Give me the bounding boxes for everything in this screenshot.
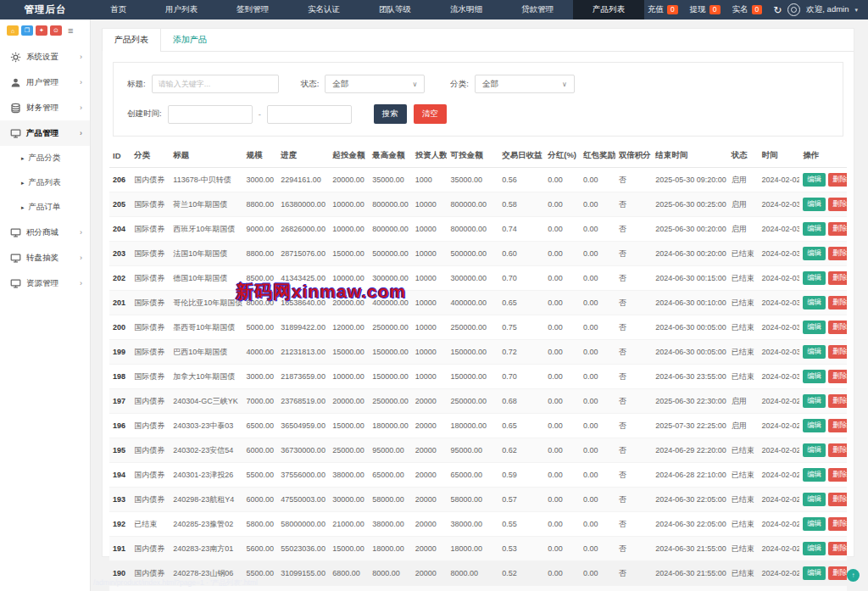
sidebar-subitem-product-category[interactable]: ▸产品分类 — [0, 146, 90, 170]
sidebar-item-system-settings[interactable]: 系统设置› — [0, 44, 90, 70]
row-cell: 240302-23安信54 — [170, 438, 242, 463]
clear-button[interactable]: 清空 — [414, 104, 447, 124]
row-cell: 0.00 — [580, 463, 615, 488]
edit-button[interactable]: 编辑 — [803, 566, 826, 580]
edit-button[interactable]: 编辑 — [803, 394, 826, 408]
edit-button[interactable]: 编辑 — [803, 493, 826, 506]
edit-button[interactable]: 编辑 — [803, 370, 826, 383]
nav-item-user-list[interactable]: 用户列表 — [146, 0, 217, 20]
row-cell: 0.53 — [498, 537, 544, 561]
nav-item-realname-auth[interactable]: 实名认证 — [288, 0, 359, 20]
delete-button[interactable]: 删除 — [828, 493, 847, 506]
edit-button[interactable]: 编辑 — [803, 247, 826, 260]
delete-button[interactable]: 删除 — [828, 222, 847, 236]
row-cell: 2024-02-02 — [758, 488, 799, 512]
delete-button[interactable]: 删除 — [828, 296, 847, 309]
edit-button[interactable]: 编辑 — [803, 271, 826, 285]
home-icon[interactable]: ⌂ — [7, 25, 19, 36]
delete-button[interactable]: 删除 — [828, 370, 847, 383]
delete-button[interactable]: 删除 — [828, 271, 847, 285]
stat-recharge[interactable]: 充值0 — [648, 4, 678, 15]
created-end-input[interactable] — [267, 105, 352, 124]
edit-button[interactable]: 编辑 — [803, 321, 826, 334]
menu-toggle-icon[interactable]: ≡ — [68, 26, 73, 36]
column-header: 双倍积分 — [615, 143, 653, 168]
category-select[interactable]: 全部 ∨ — [475, 75, 575, 93]
sidebar-item-resource-mgmt[interactable]: 资源管理› — [0, 270, 90, 296]
stat-realname[interactable]: 实名0 — [732, 4, 763, 15]
delete-button[interactable]: 删除 — [828, 345, 847, 359]
row-cell: 0.00 — [544, 438, 580, 463]
stat-withdraw[interactable]: 提现0 — [690, 4, 721, 15]
delete-button[interactable]: 删除 — [828, 419, 847, 432]
sidebar-item-finance-mgmt[interactable]: 财务管理› — [0, 95, 90, 120]
edit-button[interactable]: 编辑 — [803, 198, 826, 211]
row-cell: 国际债券 — [131, 291, 170, 315]
row-cell: 31099155.00 — [277, 561, 329, 586]
tab-product-list[interactable]: 产品列表 — [102, 29, 161, 51]
nav-item-loan-mgmt[interactable]: 贷款管理 — [502, 0, 573, 20]
row-cell: 法国10年期国债 — [170, 242, 242, 266]
edit-button[interactable]: 编辑 — [803, 173, 826, 187]
welcome-text[interactable]: 欢迎, admin — [806, 4, 849, 15]
delete-button[interactable]: 删除 — [828, 394, 847, 408]
row-cell: 41343425.00 — [277, 266, 329, 291]
gear-icon — [10, 52, 21, 63]
row-cell: 0.00 — [580, 389, 615, 414]
delete-button[interactable]: 删除 — [828, 321, 847, 334]
sidebar-item-lottery[interactable]: 转盘抽奖› — [0, 245, 90, 270]
topbar-stats: 充值0提现0实名0 — [648, 4, 762, 15]
edit-button[interactable]: 编辑 — [803, 222, 826, 236]
row-cell: 800000.00 — [369, 192, 411, 217]
row-cell: 5000.00 — [242, 315, 277, 340]
row-cell: 否 — [615, 488, 653, 512]
row-cell: 已结束 — [728, 512, 759, 537]
nav-item-flow-detail[interactable]: 流水明细 — [431, 0, 502, 20]
delete-button[interactable]: 删除 — [828, 443, 847, 457]
edit-button[interactable]: 编辑 — [803, 443, 826, 457]
avatar[interactable] — [787, 3, 800, 16]
edit-button[interactable]: 编辑 — [803, 345, 826, 359]
delete-button[interactable]: 删除 — [828, 247, 847, 260]
nav-item-checkin[interactable]: 签到管理 — [217, 0, 288, 20]
delete-button[interactable]: 删除 — [828, 517, 847, 531]
delete-button[interactable]: 删除 — [828, 566, 847, 580]
sidebar-item-user-mgmt[interactable]: 用户管理› — [0, 70, 90, 95]
row-cell: 20000.00 — [329, 389, 369, 414]
edit-button[interactable]: 编辑 — [803, 419, 826, 432]
sidebar-subitem-product-list[interactable]: ▸产品列表 — [0, 170, 90, 195]
row-cell: 20000 — [412, 488, 448, 512]
row-cell: 8500.00 — [242, 266, 277, 291]
copy-icon[interactable]: ❐ — [21, 25, 33, 36]
sidebar-item-points-mall[interactable]: 积分商城› — [0, 220, 90, 245]
delete-button[interactable]: 删除 — [828, 468, 847, 482]
row-cell: 0.00 — [580, 438, 615, 463]
sidebar-subitem-product-order[interactable]: ▸产品订单 — [0, 195, 90, 220]
edit-button[interactable]: 编辑 — [803, 517, 826, 531]
user-icon[interactable]: ✦ — [36, 25, 47, 36]
column-header: 结束时间 — [652, 143, 728, 168]
row-cell: 0.00 — [580, 315, 615, 340]
row-cell: 已结束 — [728, 340, 759, 365]
edit-button[interactable]: 编辑 — [803, 296, 826, 309]
nav-item-team-level[interactable]: 团队等级 — [359, 0, 431, 20]
delete-button[interactable]: 删除 — [828, 198, 847, 211]
nav-item-product-list[interactable]: 产品列表 — [573, 0, 644, 20]
status-select[interactable]: 全部 ∨ — [325, 75, 425, 93]
search-button[interactable]: 搜索 — [374, 104, 407, 124]
edit-button[interactable]: 编辑 — [803, 468, 826, 482]
delete-button[interactable]: 删除 — [828, 542, 847, 555]
created-start-input[interactable] — [168, 105, 253, 124]
row-cell: 否 — [615, 340, 653, 365]
row-cell: 已结束 — [728, 488, 759, 512]
refresh-icon[interactable]: ↻ — [773, 4, 782, 16]
back-to-top-button[interactable]: ↑ — [847, 569, 860, 582]
delete-button[interactable]: 删除 — [828, 173, 847, 187]
sidebar-item-product-mgmt[interactable]: 产品管理› — [0, 120, 90, 146]
tab-add-product[interactable]: 添加产品 — [161, 29, 219, 51]
nav-item-home[interactable]: 首页 — [91, 0, 146, 20]
title-filter-input[interactable] — [152, 75, 279, 93]
power-icon[interactable]: ⊙ — [50, 25, 62, 36]
edit-button[interactable]: 编辑 — [803, 542, 826, 555]
chevron-right-icon: › — [80, 53, 82, 61]
